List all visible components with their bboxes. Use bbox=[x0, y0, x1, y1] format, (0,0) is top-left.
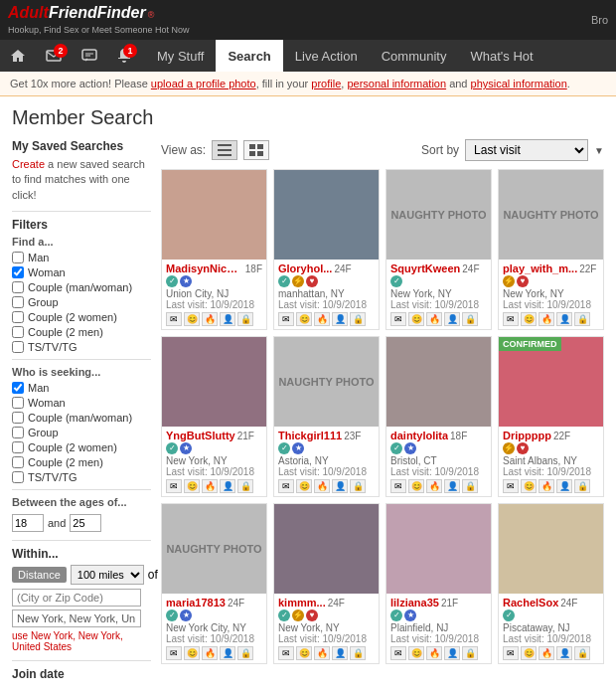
find-woman-checkbox[interactable] bbox=[12, 266, 24, 278]
notifications-icon[interactable]: 1 bbox=[107, 40, 141, 72]
action-icon[interactable]: 😊 bbox=[184, 646, 200, 660]
action-icon[interactable]: 👤 bbox=[444, 646, 460, 660]
member-thumbnail[interactable] bbox=[162, 337, 266, 427]
action-icon[interactable]: 👤 bbox=[444, 312, 460, 326]
find-couple-2w-checkbox[interactable] bbox=[12, 311, 24, 323]
member-username[interactable]: kimmm... bbox=[278, 597, 326, 609]
action-icon[interactable]: 🔒 bbox=[237, 312, 253, 326]
seek-tstv-checkbox[interactable] bbox=[12, 471, 24, 483]
action-icon[interactable]: 🔒 bbox=[350, 646, 366, 660]
action-icon[interactable]: ✉ bbox=[278, 479, 294, 493]
nav-community[interactable]: Community bbox=[370, 40, 459, 72]
action-icon[interactable]: ✉ bbox=[390, 312, 406, 326]
seek-couple-mw-checkbox[interactable] bbox=[12, 412, 24, 424]
action-icon[interactable]: 🔥 bbox=[202, 312, 218, 326]
notif-link-profile[interactable]: profile bbox=[311, 78, 341, 89]
action-icon[interactable]: 👤 bbox=[332, 479, 348, 493]
home-icon[interactable] bbox=[0, 40, 36, 72]
find-man-checkbox[interactable] bbox=[12, 252, 24, 263]
nav-whats-hot[interactable]: What's Hot bbox=[458, 40, 544, 72]
member-thumbnail[interactable] bbox=[162, 170, 266, 260]
action-icon[interactable]: 😊 bbox=[521, 479, 537, 493]
action-icon[interactable]: 🔥 bbox=[202, 479, 218, 493]
member-username[interactable]: SquyrtKween bbox=[390, 262, 460, 274]
seek-couple-2w-checkbox[interactable] bbox=[12, 441, 24, 453]
member-username[interactable]: RachelSox bbox=[503, 597, 558, 609]
member-username[interactable]: play_with_m... bbox=[503, 262, 577, 274]
action-icon[interactable]: 😊 bbox=[184, 312, 200, 326]
action-icon[interactable]: 👤 bbox=[556, 646, 572, 660]
action-icon[interactable]: 🔒 bbox=[462, 312, 478, 326]
member-username[interactable]: lilziana35 bbox=[390, 597, 439, 609]
action-icon[interactable]: 🔒 bbox=[574, 312, 590, 326]
action-icon[interactable]: 🔥 bbox=[314, 312, 330, 326]
member-thumbnail[interactable] bbox=[499, 504, 603, 594]
action-icon[interactable]: 👤 bbox=[220, 479, 235, 493]
member-username[interactable]: YngButSlutty bbox=[166, 430, 235, 441]
seek-man-checkbox[interactable] bbox=[12, 382, 24, 394]
action-icon[interactable]: 🔒 bbox=[350, 479, 366, 493]
action-icon[interactable]: ✉ bbox=[503, 479, 519, 493]
action-icon[interactable]: 🔒 bbox=[574, 479, 590, 493]
action-icon[interactable]: 🔒 bbox=[237, 646, 253, 660]
action-icon[interactable]: ✉ bbox=[166, 646, 182, 660]
member-thumbnail[interactable] bbox=[274, 170, 379, 260]
notif-link-personal[interactable]: personal information bbox=[347, 78, 446, 89]
location-value-input[interactable] bbox=[12, 609, 141, 627]
action-icon[interactable]: ✉ bbox=[390, 646, 406, 660]
distance-select[interactable]: 100 miles 25 miles 50 miles 250 miles bbox=[71, 565, 144, 585]
action-icon[interactable]: 🔥 bbox=[539, 312, 554, 326]
member-username[interactable]: daintylolita bbox=[390, 430, 448, 441]
nav-live-action[interactable]: Live Action bbox=[283, 40, 370, 72]
use-location-link[interactable]: use New York, New York, United States bbox=[12, 630, 151, 652]
action-icon[interactable]: 😊 bbox=[296, 312, 312, 326]
action-icon[interactable]: 😊 bbox=[408, 479, 424, 493]
nav-my-stuff[interactable]: My Stuff bbox=[145, 40, 216, 72]
chat-icon[interactable] bbox=[72, 40, 107, 72]
list-view-button[interactable] bbox=[212, 140, 237, 160]
member-username[interactable]: Gloryhol... bbox=[278, 262, 332, 274]
action-icon[interactable]: 🔥 bbox=[426, 312, 442, 326]
member-thumbnail[interactable]: NAUGHTY PHOTO bbox=[162, 504, 266, 594]
notif-link-photo[interactable]: upload a profile photo bbox=[151, 78, 256, 89]
action-icon[interactable]: 👤 bbox=[332, 312, 348, 326]
action-icon[interactable]: 👤 bbox=[332, 646, 348, 660]
member-thumbnail[interactable] bbox=[386, 504, 491, 594]
grid-view-button[interactable] bbox=[243, 140, 269, 160]
seek-woman-checkbox[interactable] bbox=[12, 397, 24, 409]
find-group-checkbox[interactable] bbox=[12, 296, 24, 308]
action-icon[interactable]: 🔒 bbox=[237, 479, 253, 493]
seek-group-checkbox[interactable] bbox=[12, 427, 24, 438]
nav-search[interactable]: Search bbox=[216, 40, 282, 72]
action-icon[interactable]: ✉ bbox=[390, 479, 406, 493]
member-username[interactable]: Thickgirl111 bbox=[278, 430, 342, 441]
member-thumbnail[interactable]: NAUGHTY PHOTO bbox=[386, 170, 491, 260]
member-thumbnail[interactable]: NAUGHTY PHOTO bbox=[274, 337, 379, 427]
action-icon[interactable]: ✉ bbox=[166, 312, 182, 326]
notif-link-physical[interactable]: physical information bbox=[471, 78, 567, 89]
action-icon[interactable]: 🔥 bbox=[202, 646, 218, 660]
action-icon[interactable]: ✉ bbox=[503, 646, 519, 660]
create-saved-search-link[interactable]: Create bbox=[12, 158, 45, 170]
member-thumbnail[interactable]: CONFIRMED bbox=[499, 337, 603, 427]
action-icon[interactable]: 😊 bbox=[521, 646, 537, 660]
action-icon[interactable]: ✉ bbox=[166, 479, 182, 493]
action-icon[interactable]: 🔥 bbox=[539, 646, 554, 660]
find-couple-2m-checkbox[interactable] bbox=[12, 326, 24, 338]
action-icon[interactable]: 😊 bbox=[408, 312, 424, 326]
action-icon[interactable]: 😊 bbox=[408, 646, 424, 660]
action-icon[interactable]: 😊 bbox=[296, 646, 312, 660]
action-icon[interactable]: 😊 bbox=[184, 479, 200, 493]
action-icon[interactable]: 👤 bbox=[556, 312, 572, 326]
action-icon[interactable]: 🔒 bbox=[574, 646, 590, 660]
action-icon[interactable]: 🔥 bbox=[314, 479, 330, 493]
action-icon[interactable]: ✉ bbox=[278, 646, 294, 660]
find-couple-mw-checkbox[interactable] bbox=[12, 281, 24, 293]
age-min-input[interactable] bbox=[12, 514, 44, 532]
action-icon[interactable]: 🔥 bbox=[426, 646, 442, 660]
member-thumbnail[interactable] bbox=[274, 504, 379, 594]
seek-couple-2m-checkbox[interactable] bbox=[12, 456, 24, 468]
city-zip-input[interactable] bbox=[12, 589, 141, 607]
member-thumbnail[interactable] bbox=[386, 337, 491, 427]
action-icon[interactable]: 👤 bbox=[556, 479, 572, 493]
